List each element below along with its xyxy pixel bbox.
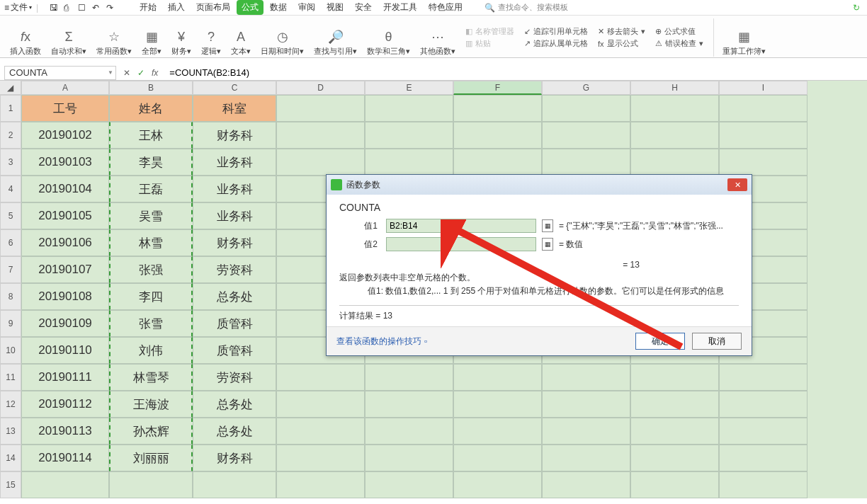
insert-function-group[interactable]: fx插入函数 bbox=[6, 18, 45, 57]
cell-b3[interactable]: 李昊 bbox=[109, 149, 193, 176]
cell-b11[interactable]: 林雪琴 bbox=[109, 364, 193, 391]
help-link[interactable]: 查看该函数的操作技巧 ▫ bbox=[336, 336, 427, 348]
cell-c13[interactable]: 总务处 bbox=[193, 418, 276, 445]
logical-group[interactable]: ?逻辑▾ bbox=[197, 18, 225, 57]
tab-8[interactable]: 开发工具 bbox=[378, 0, 422, 15]
empty-cell[interactable] bbox=[453, 364, 542, 391]
show-formulas[interactable]: fx 显示公式 bbox=[598, 38, 645, 49]
empty-cell[interactable] bbox=[719, 149, 808, 176]
cell-c6[interactable]: 财务科 bbox=[193, 229, 276, 256]
col-header-B[interactable]: B bbox=[109, 81, 193, 95]
empty-cell[interactable] bbox=[630, 364, 719, 391]
cell-a2[interactable]: 20190102 bbox=[21, 122, 109, 149]
cell-b13[interactable]: 孙杰辉 bbox=[109, 418, 193, 445]
empty-cell[interactable] bbox=[365, 149, 453, 176]
empty-cell[interactable] bbox=[630, 149, 719, 176]
cell-b2[interactable]: 王林 bbox=[109, 122, 193, 149]
row-header-9[interactable]: 9 bbox=[0, 310, 21, 337]
cell-a10[interactable]: 20190110 bbox=[21, 337, 109, 364]
empty-cell[interactable] bbox=[630, 445, 719, 471]
cell-c14[interactable]: 财务科 bbox=[193, 445, 276, 471]
row-header-13[interactable]: 13 bbox=[0, 418, 21, 445]
cell-c2[interactable]: 财务科 bbox=[193, 122, 276, 149]
financial-group[interactable]: ¥财务▾ bbox=[167, 18, 196, 57]
range-selector-icon[interactable]: ▦ bbox=[542, 238, 553, 251]
empty-cell[interactable] bbox=[276, 95, 365, 122]
empty-cell[interactable] bbox=[542, 418, 630, 445]
cell-b14[interactable]: 刘丽丽 bbox=[109, 445, 193, 471]
tab-9[interactable]: 特色应用 bbox=[424, 0, 468, 15]
empty-cell[interactable] bbox=[542, 471, 630, 498]
empty-cell[interactable] bbox=[21, 471, 109, 498]
empty-cell[interactable] bbox=[276, 364, 365, 391]
autosum-group[interactable]: Σ自动求和▾ bbox=[47, 18, 91, 57]
empty-cell[interactable] bbox=[719, 122, 808, 149]
col-header-E[interactable]: E bbox=[365, 81, 453, 95]
ok-button[interactable]: 确定 bbox=[635, 333, 685, 350]
tab-5[interactable]: 审阅 bbox=[293, 0, 320, 15]
cell-b9[interactable]: 张雪 bbox=[109, 310, 193, 337]
col-header-D[interactable]: D bbox=[276, 81, 365, 95]
empty-cell[interactable] bbox=[453, 122, 542, 149]
cancel-icon[interactable]: ✕ bbox=[123, 68, 130, 78]
empty-cell[interactable] bbox=[719, 391, 808, 418]
empty-cell[interactable] bbox=[365, 418, 453, 445]
cell-b4[interactable]: 王磊 bbox=[109, 176, 193, 202]
empty-cell[interactable] bbox=[542, 149, 630, 176]
tab-2[interactable]: 页面布局 bbox=[191, 0, 235, 15]
empty-cell[interactable] bbox=[453, 95, 542, 122]
redo-icon[interactable]: ↷ bbox=[106, 3, 116, 13]
empty-cell[interactable] bbox=[276, 445, 365, 471]
cell-b5[interactable]: 吴雪 bbox=[109, 202, 193, 229]
col-header-G[interactable]: G bbox=[542, 81, 630, 95]
empty-cell[interactable] bbox=[365, 391, 453, 418]
empty-cell[interactable] bbox=[630, 471, 719, 498]
col-header-A[interactable]: A bbox=[21, 81, 109, 95]
empty-cell[interactable] bbox=[719, 364, 808, 391]
arg1-input[interactable] bbox=[386, 219, 536, 233]
empty-cell[interactable] bbox=[365, 364, 453, 391]
cell-a14[interactable]: 20190114 bbox=[21, 445, 109, 471]
empty-cell[interactable] bbox=[453, 149, 542, 176]
enter-icon[interactable]: ✓ bbox=[137, 68, 144, 78]
empty-cell[interactable] bbox=[365, 471, 453, 498]
empty-cell[interactable] bbox=[719, 95, 808, 122]
empty-cell[interactable] bbox=[276, 122, 365, 149]
cell-b7[interactable]: 张强 bbox=[109, 256, 193, 283]
sync-icon[interactable]: ↻ bbox=[853, 3, 863, 13]
empty-cell[interactable] bbox=[276, 418, 365, 445]
trace-precedents[interactable]: ↙ 追踪引用单元格 bbox=[524, 26, 588, 37]
col-header-I[interactable]: I bbox=[719, 81, 808, 95]
cell-a3[interactable]: 20190103 bbox=[21, 149, 109, 176]
empty-cell[interactable] bbox=[542, 122, 630, 149]
cell-c5[interactable]: 业务科 bbox=[193, 202, 276, 229]
empty-cell[interactable] bbox=[630, 418, 719, 445]
empty-cell[interactable] bbox=[365, 122, 453, 149]
name-box[interactable]: COUNTA ▼ bbox=[4, 66, 116, 80]
more-group[interactable]: ⋯其他函数▾ bbox=[416, 18, 460, 57]
cell-c9[interactable]: 质管科 bbox=[193, 310, 276, 337]
cell-b8[interactable]: 李四 bbox=[109, 283, 193, 310]
empty-cell[interactable] bbox=[276, 471, 365, 498]
empty-cell[interactable] bbox=[542, 445, 630, 471]
preview-icon[interactable]: ☐ bbox=[78, 3, 88, 13]
row-header-6[interactable]: 6 bbox=[0, 229, 21, 256]
print-icon[interactable]: ⎙ bbox=[64, 3, 74, 13]
range-selector-icon[interactable]: ▦ bbox=[542, 219, 553, 232]
select-all-corner[interactable]: ◢ bbox=[0, 81, 21, 95]
undo-icon[interactable]: ↶ bbox=[92, 3, 102, 13]
file-menu[interactable]: ≡ 文件 ▾ bbox=[4, 1, 32, 13]
row-header-2[interactable]: 2 bbox=[0, 122, 21, 149]
empty-cell[interactable] bbox=[719, 445, 808, 471]
tab-7[interactable]: 安全 bbox=[350, 0, 377, 15]
dialog-titlebar[interactable]: 函数参数 ✕ bbox=[327, 175, 752, 195]
cell-c8[interactable]: 总务处 bbox=[193, 283, 276, 310]
empty-cell[interactable] bbox=[109, 471, 193, 498]
cell-a12[interactable]: 20190112 bbox=[21, 391, 109, 418]
tab-1[interactable]: 插入 bbox=[163, 0, 190, 15]
tab-6[interactable]: 视图 bbox=[322, 0, 348, 15]
math-group[interactable]: θ数学和三角▾ bbox=[363, 18, 414, 57]
close-button[interactable]: ✕ bbox=[727, 178, 747, 191]
cell-b12[interactable]: 王海波 bbox=[109, 391, 193, 418]
row-header-12[interactable]: 12 bbox=[0, 391, 21, 418]
